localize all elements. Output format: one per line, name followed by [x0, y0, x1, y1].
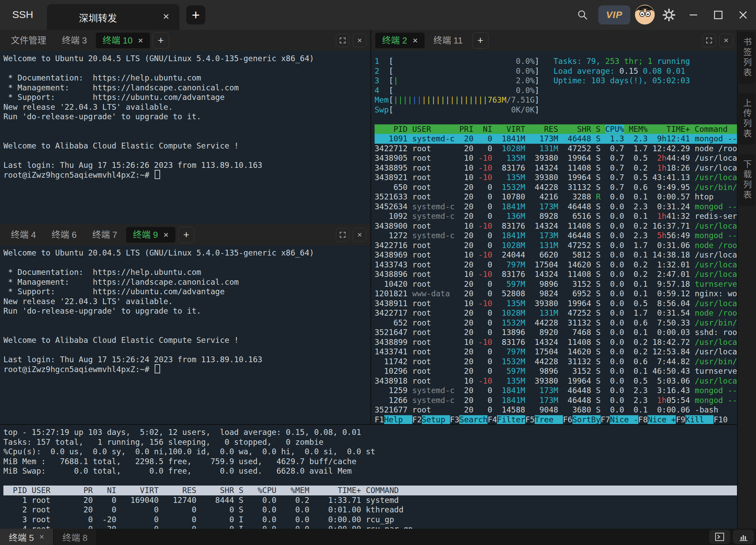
htop-row: 1433741 root 20 0 797M 17504 14620 S 0.0…	[375, 347, 737, 357]
maximize-icon	[713, 10, 723, 20]
htop-row: 1091 systemd-c 20 0 1841M 173M 46448 S 1…	[375, 134, 737, 144]
top-left-new-tab-button[interactable]: +	[153, 32, 169, 49]
terminal-line: root@iZwz9hgcn5aqiewmvhl4pxZ:~#	[3, 170, 371, 180]
htop-row: 1433743 root 20 0 797M 17504 14620 S 0.0…	[375, 260, 737, 270]
htop-row: 3438911 root 10 -10 135M 39380 19964 S 0…	[375, 299, 737, 309]
terminal-line: * Documentation: https://help.ubuntu.com	[3, 267, 371, 277]
tab-close-icon[interactable]: ×	[39, 532, 44, 542]
terminal-line	[3, 151, 371, 160]
close-window-button[interactable]	[736, 7, 751, 22]
htop-meter-line: Mem[||||||||||||||||||||763M/7.51G]	[375, 95, 737, 105]
bottom-left-tab[interactable]: 终端 4	[4, 227, 43, 243]
terminal-line: * Documentation: https://help.ubuntu.com	[3, 73, 371, 83]
settings-button[interactable]	[662, 7, 676, 22]
bottom-left-new-tab-button[interactable]: +	[178, 227, 194, 243]
top-left-tab[interactable]: 终端 3	[55, 33, 94, 48]
htop-row: 3422716 root 20 0 1028M 131M 47252 S 0.0…	[375, 241, 737, 250]
avatar[interactable]	[635, 5, 655, 24]
tab-label: 终端 6	[52, 227, 77, 243]
open-terminal-button[interactable]	[709, 530, 730, 544]
htop-table-header[interactable]: PID USER PRI NI VIRT RES SHR S CPU% MEM%…	[375, 124, 737, 134]
monitor-button[interactable]	[733, 530, 754, 544]
terminal-bottom-left[interactable]: Welcome to Ubuntu 20.04.5 LTS (GNU/Linux…	[0, 245, 371, 424]
htop-row: 3438895 root 10 -10 83176 14324 11408 S …	[375, 163, 737, 173]
terminal-line: Run 'do-release-upgrade' to upgrade to i…	[3, 306, 371, 316]
htop-function-key-bar[interactable]: F1Help F2Setup F3SearchF4FilterF5Tree F6…	[375, 415, 737, 424]
htop-row: 3521647 root 20 0 13896 8920 7468 S 0.0 …	[375, 328, 737, 337]
htop-meter-line: 1 [ 0.0%] Tasks: 79, 253 thr; 1 running	[375, 56, 737, 66]
sidebar-button[interactable]: 书签列表	[738, 32, 755, 84]
terminal-line	[3, 131, 371, 141]
top-table-header: PID USER PR NI VIRT RES SHR S %CPU %MEM …	[3, 486, 737, 495]
htop-meter-line: 2 [ 0.0%] Load average: 0.15 0.08 0.01	[375, 66, 737, 76]
session-tab-close-icon[interactable]: ×	[163, 10, 169, 23]
pane-top-left: 文件管理终端 3终端 10× + × Welcome to Ubuntu 20.…	[0, 30, 371, 224]
htop-row: 11742 root 20 0 1532M 44228 31132 S 0.0 …	[375, 357, 737, 367]
sidebar-button[interactable]: 上传列表	[738, 93, 755, 145]
top-left-tab[interactable]: 文件管理	[4, 33, 53, 48]
pane-bottom: top - 15:27:19 up 103 days, 5:02, 12 use…	[0, 424, 737, 529]
bottom-left-tab[interactable]: 终端 7	[85, 227, 124, 243]
tab-label: 终端 4	[11, 227, 36, 243]
right-new-tab-button[interactable]: +	[472, 32, 488, 49]
terminal-line: Last login: Thu Aug 17 15:26:24 2023 fro…	[3, 355, 371, 365]
search-icon	[577, 9, 588, 21]
top-output-line: top - 15:27:19 up 103 days, 5:02, 12 use…	[3, 427, 737, 437]
pane-divider[interactable]	[371, 30, 371, 424]
sidebar-button[interactable]: 下载列表	[738, 154, 755, 206]
tab-label: 终端 2	[382, 33, 407, 48]
new-session-button[interactable]: +	[186, 5, 205, 24]
gear-icon	[663, 8, 675, 21]
bottom-left-close-pane-button[interactable]: ×	[353, 228, 366, 242]
expand-icon	[706, 37, 712, 44]
vip-badge[interactable]: VIP	[598, 5, 630, 24]
top-left-expand-button[interactable]	[336, 34, 349, 47]
htop-meter-line: 4 [ 0.0%]	[375, 86, 737, 95]
htop-row: 3521633 root 20 0 10780 4216 3288 R 0.0 …	[375, 192, 737, 202]
htop-row: 3438921 root 10 -10 135M 39380 19964 S 0…	[375, 173, 737, 182]
terminal-line: * Management: https://landscape.canonica…	[3, 83, 371, 93]
bottom-bar-tab[interactable]: 终端 8	[54, 529, 97, 545]
tab-close-icon[interactable]: ×	[164, 227, 169, 243]
terminal-line	[3, 345, 371, 355]
right-tab[interactable]: 终端 11	[427, 33, 469, 48]
bottom-left-expand-button[interactable]	[336, 228, 349, 242]
terminal-top-left[interactable]: Welcome to Ubuntu 20.04.5 LTS (GNU/Linux…	[0, 51, 371, 224]
top-table-row: 3 root 0 -20 0 0 0 I 0.0 0.0 0:00.00 rcu…	[3, 515, 737, 525]
bottom-left-tab[interactable]: 终端 6	[45, 227, 84, 243]
terminal-line: Welcome to Alibaba Cloud Elastic Compute…	[3, 141, 371, 151]
right-tab[interactable]: 终端 2×	[375, 33, 425, 48]
top-table-row: 2 root 20 0 0 0 0 S 0.0 0.0 0:01.00 kthr…	[3, 505, 737, 515]
top-left-close-pane-button[interactable]: ×	[353, 34, 366, 47]
terminal-top-command[interactable]: top - 15:27:19 up 103 days, 5:02, 12 use…	[0, 425, 737, 529]
avatar-image	[635, 5, 655, 24]
top-output-line: Tasks: 157 total, 1 running, 156 sleepin…	[3, 437, 737, 447]
bottom-bar-tab[interactable]: 终端 5×	[0, 529, 53, 545]
htop-row: 1272 systemd-c 20 0 1841M 173M 46448 S 0…	[375, 231, 737, 241]
terminal-htop[interactable]: 1 [ 0.0%] Tasks: 79, 253 thr; 1 running2…	[371, 51, 737, 424]
right-expand-button[interactable]	[702, 34, 716, 47]
bottom-bar-tabs: 终端 5×终端 8	[0, 529, 97, 545]
htop-row: 3422717 root 20 0 1028M 131M 47252 S 0.0…	[375, 308, 737, 318]
bottom-left-tab[interactable]: 终端 9×	[126, 227, 175, 243]
htop-row: 3438900 root 10 -10 83176 14324 11408 S …	[375, 221, 737, 231]
tab-label: 终端 9	[133, 227, 158, 243]
pane-right: 终端 2×终端 11 + × 1 [ 0.0%] Tasks: 79, 253 …	[371, 30, 737, 424]
htop-row: 3521677 root 20 0 14588 9048 3680 S 0.0 …	[375, 405, 737, 415]
htop-row: 1201821 www-data 20 0 52808 9824 6952 S …	[375, 289, 737, 299]
tab-close-icon[interactable]: ×	[138, 33, 143, 48]
right-close-pane-button[interactable]: ×	[719, 34, 733, 47]
terminal-line	[3, 64, 371, 73]
htop-row: 652 root 20 0 1532M 44228 31132 S 0.0 0.…	[375, 318, 737, 328]
session-tab-shenzhen[interactable]: 深圳转发 ×	[47, 4, 179, 30]
search-button[interactable]	[575, 7, 590, 22]
top-output-line: MiB Mem : 7688.1 total, 2298.5 free, 759…	[3, 457, 737, 467]
maximize-button[interactable]	[711, 7, 726, 22]
top-output-line	[3, 476, 737, 486]
top-left-tab[interactable]: 终端 10×	[96, 33, 150, 48]
tab-close-icon[interactable]: ×	[413, 33, 418, 48]
minimize-button[interactable]	[686, 7, 701, 22]
htop-row: 1092 systemd-c 20 0 136M 8928 6516 S 0.0…	[375, 211, 737, 221]
htop-row: 10296 root 20 0 597M 9896 3152 S 0.0 0.1…	[375, 366, 737, 376]
terminal-cursor	[155, 170, 160, 179]
